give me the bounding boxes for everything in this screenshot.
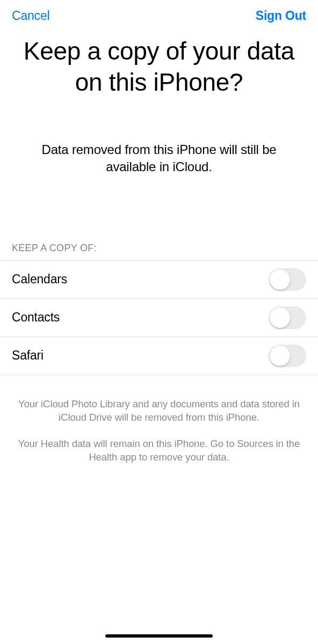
section-header: KEEP A COPY OF: bbox=[0, 243, 318, 260]
list-item-calendars: Calendars bbox=[0, 261, 318, 299]
toggle-safari[interactable] bbox=[269, 345, 306, 367]
footer-text-health: Your Health data will remain on this iPh… bbox=[0, 437, 318, 464]
cancel-button[interactable]: Cancel bbox=[12, 9, 49, 23]
navbar: Cancel Sign Out bbox=[0, 0, 318, 28]
options-list: Calendars Contacts Safari bbox=[0, 260, 318, 375]
toggle-calendars[interactable] bbox=[269, 268, 306, 291]
page-title: Keep a copy of your data on this iPhone? bbox=[0, 28, 318, 98]
list-item-contacts: Contacts bbox=[0, 299, 318, 337]
page-subtitle: Data removed from this iPhone will still… bbox=[0, 98, 318, 176]
list-item-label: Safari bbox=[12, 348, 44, 363]
footer-text-photos: Your iCloud Photo Library and any docume… bbox=[0, 398, 318, 425]
toggle-contacts[interactable] bbox=[269, 306, 306, 329]
home-indicator[interactable] bbox=[105, 634, 213, 638]
list-item-label: Contacts bbox=[12, 310, 60, 325]
list-item-label: Calendars bbox=[12, 272, 67, 287]
list-item-safari: Safari bbox=[0, 337, 318, 375]
sign-out-button[interactable]: Sign Out bbox=[256, 9, 306, 23]
